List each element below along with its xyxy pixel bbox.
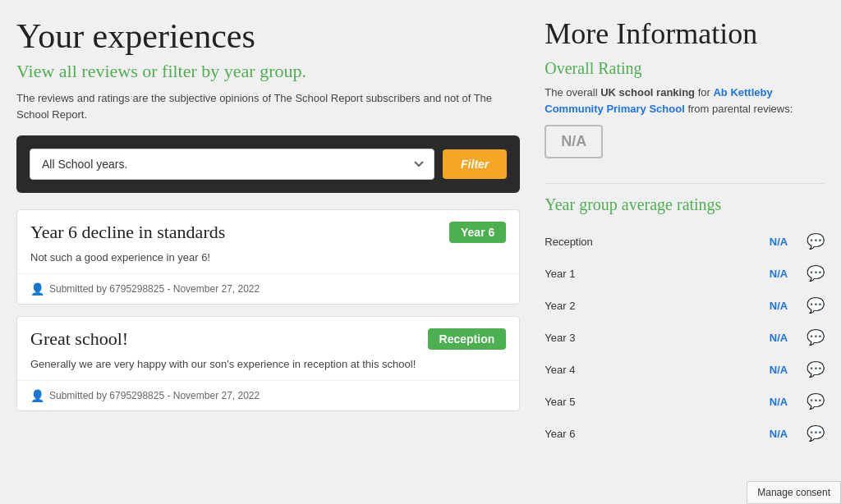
year-label: Year 3 — [545, 332, 762, 344]
year-rating-row: Year 1 N/A 💬 — [545, 258, 825, 290]
overall-na-value: N/A — [545, 125, 603, 158]
review-footer: 👤 Submitted by 6795298825 - November 27,… — [17, 381, 519, 410]
year-rating-row: Year 4 N/A 💬 — [545, 354, 825, 386]
chat-icon-empty: 💬 — [807, 296, 825, 314]
year-label: Year 5 — [545, 396, 762, 408]
review-submitted: Submitted by 6795298825 - November 27, 2… — [49, 283, 260, 295]
na-link[interactable]: N/A — [762, 268, 795, 280]
filter-bar: All School years.ReceptionYear 1Year 2Ye… — [16, 135, 520, 193]
year-label: Year 1 — [545, 268, 762, 280]
left-column: Your experiences View all reviews or fil… — [16, 16, 520, 488]
na-link[interactable]: N/A — [762, 332, 795, 344]
chat-icon-empty: 💬 — [807, 392, 825, 410]
user-icon: 👤 — [30, 282, 44, 296]
subtitle: View all reviews or filter by year group… — [16, 61, 520, 82]
overall-rating-title: Overall Rating — [545, 59, 825, 78]
review-card-header: Great school! Reception — [17, 317, 519, 355]
review-body: Not such a good experience in year 6! — [17, 248, 519, 274]
right-title: More Information — [545, 16, 825, 51]
manage-consent-button[interactable]: Manage consent — [747, 481, 841, 504]
review-title: Great school! — [30, 328, 128, 350]
chat-icon-empty: 💬 — [807, 360, 825, 378]
chat-icon-empty: 💬 — [807, 328, 825, 346]
year-rating-row: Year 6 N/A 💬 — [545, 418, 825, 449]
main-title: Your experiences — [16, 16, 520, 56]
divider — [545, 183, 825, 184]
year-label: Year 6 — [545, 428, 762, 440]
review-title: Year 6 decline in standards — [30, 222, 225, 243]
review-footer: 👤 Submitted by 6795298825 - November 27,… — [17, 274, 519, 304]
year-rating-row: Reception N/A 💬 — [545, 226, 825, 258]
na-link[interactable]: N/A — [762, 364, 795, 376]
na-link[interactable]: N/A — [762, 236, 795, 248]
review-card: Year 6 decline in standards Year 6 Not s… — [16, 209, 520, 305]
review-body: Generally we are very happy with our son… — [17, 355, 519, 381]
right-column: More Information Overall Rating The over… — [545, 16, 825, 488]
user-icon: 👤 — [30, 389, 44, 402]
chat-icon-filled: 💬 — [807, 232, 825, 250]
review-card-header: Year 6 decline in standards Year 6 — [17, 210, 519, 248]
chat-icon-empty: 💬 — [807, 264, 825, 282]
na-link[interactable]: N/A — [762, 396, 795, 408]
page-wrapper: Your experiences View all reviews or fil… — [0, 0, 841, 504]
year-badge: Year 6 — [449, 222, 506, 243]
description: The reviews and ratings are the subjecti… — [16, 90, 520, 122]
na-link[interactable]: N/A — [762, 428, 795, 440]
year-ratings-title: Year group average ratings — [545, 195, 825, 214]
chat-icon-filled: 💬 — [807, 424, 825, 442]
year-rating-row: Year 5 N/A 💬 — [545, 386, 825, 418]
year-label: Year 4 — [545, 364, 762, 376]
year-filter-select[interactable]: All School years.ReceptionYear 1Year 2Ye… — [30, 149, 434, 180]
na-link[interactable]: N/A — [762, 300, 795, 312]
review-card: Great school! Reception Generally we are… — [16, 316, 520, 411]
year-rating-row: Year 2 N/A 💬 — [545, 290, 825, 322]
year-ratings-container: Reception N/A 💬 Year 1 N/A 💬 Year 2 N/A … — [545, 226, 825, 449]
review-submitted: Submitted by 6795298825 - November 27, 2… — [49, 390, 260, 401]
bold-text: UK school ranking — [600, 86, 695, 99]
year-label: Year 2 — [545, 300, 762, 312]
year-label: Reception — [545, 236, 762, 248]
overall-description: The overall UK school ranking for Ab Ket… — [545, 85, 825, 117]
year-badge: Reception — [428, 328, 507, 350]
year-rating-row: Year 3 N/A 💬 — [545, 322, 825, 354]
filter-button[interactable]: Filter — [443, 149, 507, 179]
reviews-container: Year 6 decline in standards Year 6 Not s… — [16, 209, 520, 411]
